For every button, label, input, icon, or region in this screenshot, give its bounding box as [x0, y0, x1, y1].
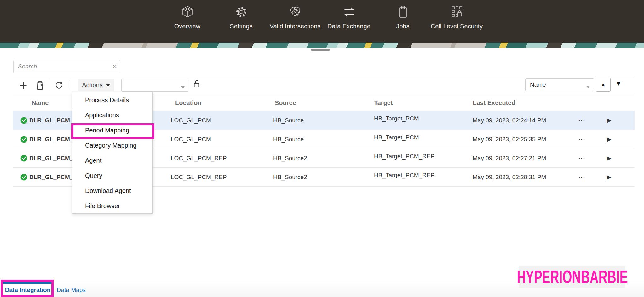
- run-play-icon[interactable]: ▶: [601, 168, 617, 187]
- refresh-icon: [55, 81, 64, 90]
- status-success-icon: [20, 130, 27, 149]
- actions-label: Actions: [82, 82, 103, 89]
- nav-label: Settings: [230, 23, 252, 30]
- search-input[interactable]: [14, 63, 120, 70]
- sort-descending-button[interactable]: ▼: [615, 79, 622, 88]
- venn-check-icon: [288, 4, 302, 20]
- cell-target: HB_Target_PCM_REP: [374, 166, 434, 185]
- nav-item-settings[interactable]: Settings: [214, 4, 268, 43]
- cell-target: HB_Target_PCM: [374, 109, 419, 128]
- more-actions-icon[interactable]: ···: [572, 168, 592, 187]
- nav-item-cell-level-security[interactable]: Cell Level Security: [430, 4, 484, 43]
- add-icon: [19, 81, 27, 90]
- chevron-down-icon: [586, 84, 590, 90]
- cell-source: HB_Source: [273, 130, 304, 149]
- cell-location: LOC_GL_PCM_REP: [171, 168, 227, 187]
- exchange-arrows-icon: [342, 4, 356, 20]
- column-header-source: Source: [275, 94, 296, 111]
- menu-item-period-mapping[interactable]: Period Mapping: [72, 123, 152, 138]
- gear-icon: [234, 4, 249, 20]
- cell-last-executed: May 09, 2023, 02:25:35 PM: [473, 130, 546, 149]
- sort-ascending-button[interactable]: ▲: [596, 78, 611, 92]
- column-header-location: Location: [175, 94, 201, 111]
- lock-toggle-button[interactable]: [193, 79, 200, 90]
- tab-data-integration[interactable]: Data Integration: [3, 282, 52, 297]
- resize-handle[interactable]: [311, 49, 330, 51]
- menu-item-agent[interactable]: Agent: [72, 153, 152, 168]
- more-actions-icon[interactable]: ···: [572, 149, 592, 168]
- cell-location: LOC_GL_PCM: [171, 111, 211, 130]
- actions-menu-button[interactable]: Actions: [78, 79, 114, 91]
- integration-filter-combobox[interactable]: [121, 79, 189, 92]
- watermark-text: HYPERIONBARBIE: [517, 266, 628, 288]
- more-actions-icon[interactable]: ···: [572, 130, 592, 149]
- cell-source: HB_Source2: [273, 168, 307, 187]
- cell-location: LOC_GL_PCM_REP: [171, 149, 227, 168]
- chevron-down-icon: [106, 84, 110, 87]
- run-play-icon[interactable]: ▶: [601, 149, 617, 168]
- run-play-icon[interactable]: ▶: [601, 111, 617, 130]
- chevron-down-icon: [181, 84, 185, 90]
- nav-label: Cell Level Security: [431, 23, 483, 30]
- clipboard-icon: [396, 4, 410, 20]
- watermark-badge: HYPERIONBARBIE: [519, 266, 625, 288]
- status-success-icon: [20, 168, 27, 187]
- tab-label: Data Integration: [5, 287, 51, 294]
- menu-item-category-mapping[interactable]: Category Mapping: [72, 138, 152, 153]
- integration-name-link[interactable]: DLR_GL_PCM: [29, 111, 70, 130]
- nav-item-jobs[interactable]: Jobs: [376, 4, 430, 43]
- more-actions-icon[interactable]: ···: [572, 111, 592, 130]
- status-success-icon: [20, 111, 27, 130]
- tab-data-maps[interactable]: Data Maps: [57, 282, 86, 297]
- cell-target: HB_Target_PCM: [374, 128, 419, 147]
- nav-item-overview[interactable]: Overview: [160, 4, 214, 43]
- divider: [50, 80, 50, 90]
- cell-target: HB_Target_PCM_REP: [374, 147, 434, 166]
- add-button[interactable]: [19, 81, 27, 90]
- nav-item-valid-intersections[interactable]: Valid Intersections: [268, 4, 322, 43]
- column-header-name: Name: [32, 94, 49, 111]
- search-box: ×: [13, 60, 120, 73]
- clear-search-icon[interactable]: ×: [112, 61, 117, 72]
- sort-field-value: Name: [530, 81, 546, 88]
- menu-item-file-browser[interactable]: File Browser: [72, 198, 152, 213]
- divider: [70, 80, 70, 90]
- nav-label: Jobs: [396, 23, 409, 30]
- decorative-banner: [0, 43, 644, 48]
- refresh-button[interactable]: [55, 81, 64, 90]
- top-navigation: Overview Settings Valid Intersections: [0, 0, 644, 43]
- sort-field-select[interactable]: Name: [525, 78, 594, 91]
- cell-last-executed: May 09, 2023, 02:24:14 PM: [473, 111, 546, 130]
- status-success-icon: [20, 149, 27, 168]
- grid-lock-icon: [450, 4, 464, 20]
- triangle-down-icon: ▼: [615, 79, 622, 87]
- actions-dropdown-menu: Process Details Applications Period Mapp…: [72, 92, 153, 214]
- lock-open-icon: [193, 79, 200, 89]
- divider: [13, 76, 635, 76]
- cell-last-executed: May 09, 2023, 02:28:31 PM: [473, 168, 546, 187]
- menu-item-applications[interactable]: Applications: [72, 108, 152, 123]
- nav-label: Data Exchange: [327, 23, 371, 30]
- tab-label: Data Maps: [57, 287, 86, 293]
- run-play-icon[interactable]: ▶: [601, 130, 617, 149]
- nav-item-data-exchange[interactable]: Data Exchange: [322, 4, 376, 43]
- cell-source: HB_Source: [273, 111, 304, 130]
- cube-icon: [180, 4, 195, 20]
- menu-item-query[interactable]: Query: [72, 168, 152, 183]
- triangle-up-icon: ▲: [601, 82, 606, 88]
- cell-location: LOC_GL_PCM: [171, 130, 211, 149]
- cell-last-executed: May 09, 2023, 02:27:21 PM: [473, 149, 546, 168]
- delete-button[interactable]: [36, 80, 44, 90]
- column-header-last-executed: Last Executed: [473, 94, 515, 111]
- menu-item-download-agent[interactable]: Download Agent: [72, 183, 152, 198]
- delete-icon: [36, 80, 44, 90]
- nav-label: Valid Intersections: [270, 23, 321, 30]
- menu-item-process-details[interactable]: Process Details: [72, 92, 152, 108]
- nav-label: Overview: [174, 23, 200, 30]
- column-header-target: Target: [374, 94, 393, 111]
- cell-source: HB_Source2: [273, 149, 307, 168]
